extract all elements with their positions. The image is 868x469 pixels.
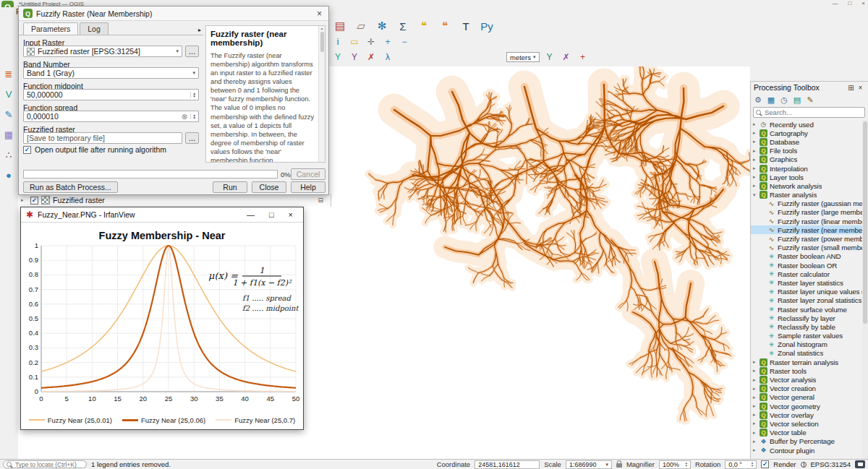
close-icon[interactable]: × bbox=[861, 0, 865, 7]
toolbox-group-contour-plugin[interactable]: ▸❖Contour plugin bbox=[751, 446, 862, 455]
toolbox-group-interpolation[interactable]: ▸QInterpolation bbox=[751, 164, 862, 173]
toolbox-group-vector-selection[interactable]: ▸QVector selection bbox=[751, 419, 862, 428]
toolbox-group-layer-tools[interactable]: ▸QLayer tools bbox=[751, 173, 862, 181]
models-icon[interactable]: ▦ bbox=[765, 95, 777, 106]
select-rectangle-icon[interactable]: ▭ bbox=[348, 35, 361, 48]
toolbox-alg-raster-boolean-or[interactable]: ✳Raster boolean OR bbox=[751, 261, 862, 270]
open-output-checkbox[interactable] bbox=[23, 146, 31, 154]
add-vector-layer-icon[interactable]: V bbox=[1, 87, 16, 101]
toolbox-alg-raster-layer-zonal-statistics[interactable]: ✳Raster layer zonal statistics bbox=[751, 296, 862, 305]
text-annotation-icon[interactable]: T bbox=[457, 17, 475, 35]
lambda-expression-icon[interactable]: λ bbox=[381, 51, 394, 64]
dialog-titlebar[interactable]: Q Fuzzify Raster (Near Membership) × bbox=[19, 7, 328, 21]
toolbox-group-vector-creation[interactable]: ▸QVector creation bbox=[751, 384, 862, 393]
scroll-up-icon[interactable]: ▴ bbox=[321, 26, 323, 30]
toolbox-group-graphics[interactable]: ▸QGraphics bbox=[751, 155, 862, 164]
minimize-icon[interactable]: — bbox=[242, 210, 260, 219]
results-viewer-icon[interactable]: ▤ bbox=[791, 95, 803, 106]
scrollbar-thumb[interactable] bbox=[320, 32, 324, 52]
history-icon[interactable]: ◷ bbox=[778, 95, 790, 106]
output-raster-field[interactable]: [Save to temporary file] bbox=[23, 132, 182, 144]
vertex-tool-icon[interactable]: Y bbox=[331, 51, 344, 64]
collapse-layers-icon[interactable]: ⊟ bbox=[318, 197, 323, 204]
chevron-right-icon[interactable]: ▸ bbox=[753, 359, 760, 365]
output-browse-button[interactable]: … bbox=[185, 132, 199, 144]
spin-arrows-icon[interactable]: ▴▾ bbox=[752, 462, 754, 467]
toolbox-group-vector-table[interactable]: ▸QVector table bbox=[751, 429, 862, 437]
toolbox-group-raster-tools[interactable]: ▸QRaster tools bbox=[751, 366, 862, 375]
close-icon[interactable]: × bbox=[284, 210, 298, 219]
toolbox-alg-fuzzify-raster-large-membership[interactable]: ∿Fuzzify raster (large membership) bbox=[751, 208, 862, 217]
toolbox-alg-raster-calculator[interactable]: ✳Raster calculator bbox=[751, 270, 862, 278]
raster-legend-icon[interactable]: ▤ bbox=[331, 17, 349, 35]
chevron-right-icon[interactable]: ▸ bbox=[753, 447, 760, 453]
chevron-right-icon[interactable]: ▸ bbox=[753, 421, 760, 426]
toolbox-alg-reclassify-by-table[interactable]: ✳Reclassify by table bbox=[751, 322, 862, 331]
delete-selected-icon[interactable]: ✗ bbox=[365, 51, 378, 64]
toolbox-group-raster-analysis[interactable]: ▾QRaster analysis bbox=[751, 191, 862, 199]
toolbox-group-buffer-by-percentage[interactable]: ▸❖Buffer by Percentage bbox=[751, 437, 862, 446]
toolbox-group-vector-analysis[interactable]: ▸QVector analysis bbox=[751, 375, 862, 384]
chevron-right-icon[interactable]: ▸ bbox=[753, 395, 760, 400]
measure-icon[interactable]: ▱ bbox=[352, 17, 370, 35]
lock-scale-icon[interactable] bbox=[616, 463, 622, 468]
new-3d-map-icon[interactable]: ● bbox=[1, 168, 16, 182]
expand-layer-icon[interactable]: ▸ bbox=[21, 197, 27, 203]
vertex-all-layers-icon[interactable]: Y bbox=[348, 51, 361, 64]
log-messages-icon[interactable] bbox=[855, 460, 865, 468]
locate-box[interactable] bbox=[3, 460, 87, 468]
new-shapefile-icon[interactable]: ∴ bbox=[1, 147, 16, 162]
input-raster-combo[interactable]: Fuzzified raster [EPSG:31254] ▾ bbox=[23, 46, 182, 57]
chevron-right-icon[interactable]: ▸ bbox=[753, 377, 760, 383]
input-raster-browse-button[interactable]: … bbox=[185, 46, 199, 57]
add-raster-layer-icon[interactable]: ▦ bbox=[1, 127, 16, 142]
batch-process-button[interactable]: Run as Batch Process... bbox=[23, 181, 118, 193]
chevron-right-icon[interactable]: ▸ bbox=[753, 165, 760, 171]
data-source-manager-icon[interactable]: ≣ bbox=[1, 66, 16, 81]
chevron-right-icon[interactable]: ▸ bbox=[753, 174, 760, 180]
toolbox-scrollbar[interactable] bbox=[862, 120, 868, 459]
topology-check-icon[interactable]: Y bbox=[543, 51, 556, 64]
layer-name[interactable]: Fuzzified raster bbox=[53, 196, 105, 205]
chevron-right-icon[interactable]: ▸ bbox=[753, 139, 760, 145]
toolbox-alg-raster-boolean-and[interactable]: ✳Raster boolean AND bbox=[751, 252, 862, 261]
toolbox-alg-raster-layer-unique-values-report[interactable]: ✳Raster layer unique values report bbox=[751, 288, 862, 296]
magnifier-spinbox[interactable]: 100% ▴▾ bbox=[659, 460, 691, 469]
tab-log[interactable]: Log bbox=[80, 22, 109, 35]
toolbox-alg-reclassify-by-layer[interactable]: ✳Reclassify by layer bbox=[751, 314, 862, 322]
zoom-out-icon[interactable]: − bbox=[398, 35, 411, 48]
toolbox-alg-sample-raster-values[interactable]: ✳Sample raster values bbox=[751, 332, 862, 340]
chevron-right-icon[interactable]: ▸ bbox=[753, 121, 760, 127]
toolbox-alg-fuzzify-raster-gaussian-membership[interactable]: ∿Fuzzify raster (gaussian membership) bbox=[751, 199, 862, 208]
toolbox-search[interactable] bbox=[753, 107, 865, 118]
annotation-icon[interactable]: ❝ bbox=[436, 17, 454, 35]
scale-combo[interactable]: 1:686990 ▾ bbox=[566, 460, 612, 469]
toolbox-alg-raster-surface-volume[interactable]: ✳Raster surface volume bbox=[751, 305, 862, 314]
layer-visibility-checkbox[interactable] bbox=[30, 197, 38, 205]
irfanview-titlebar[interactable]: ✱ Fuzzy_Near.PNG - IrfanView — □ × bbox=[21, 207, 303, 223]
chevron-right-icon[interactable]: ▸ bbox=[753, 412, 760, 418]
units-combo[interactable]: meters ▾ bbox=[506, 52, 540, 62]
pan-map-icon[interactable]: ✛ bbox=[365, 35, 378, 48]
spin-arrows-icon[interactable]: ▴▾ bbox=[190, 92, 195, 98]
coordinate-box[interactable]: 24581,161612 bbox=[475, 460, 540, 469]
toolbox-alg-fuzzify-raster-near-membership[interactable]: ∿Fuzzify raster (near membership) bbox=[751, 225, 862, 234]
collapse-help-icon[interactable]: ▸ bbox=[198, 27, 201, 33]
maximize-icon[interactable]: □ bbox=[264, 210, 279, 219]
toolbox-group-database[interactable]: ▸QDatabase bbox=[751, 137, 862, 146]
toolbox-group-recently-used[interactable]: ▸◷Recently used bbox=[751, 120, 862, 129]
spin-arrows-icon[interactable]: ▴▾ bbox=[685, 462, 687, 467]
python-console-icon[interactable]: Py bbox=[478, 17, 495, 35]
chevron-right-icon[interactable]: ▸ bbox=[753, 157, 760, 163]
tab-parameters[interactable]: Parameters bbox=[23, 22, 78, 35]
chevron-right-icon[interactable]: ▸ bbox=[753, 430, 760, 436]
edit-vector-icon[interactable]: ✎ bbox=[1, 107, 16, 121]
edit-features-icon[interactable]: ✎ bbox=[804, 95, 816, 106]
chevron-right-icon[interactable]: ▸ bbox=[753, 439, 760, 444]
band-number-combo[interactable]: Band 1 (Gray) ▾ bbox=[23, 67, 199, 79]
toolbox-group-vector-general[interactable]: ▸QVector general bbox=[751, 393, 862, 402]
cancel-button[interactable]: Cancel bbox=[291, 168, 326, 180]
toolbox-alg-fuzzify-raster-power-membership[interactable]: ∿Fuzzify raster (power membership) bbox=[751, 234, 862, 243]
identify-features-icon[interactable]: i bbox=[331, 35, 344, 48]
toolbox-options-icon[interactable]: ⚙ bbox=[752, 95, 764, 106]
